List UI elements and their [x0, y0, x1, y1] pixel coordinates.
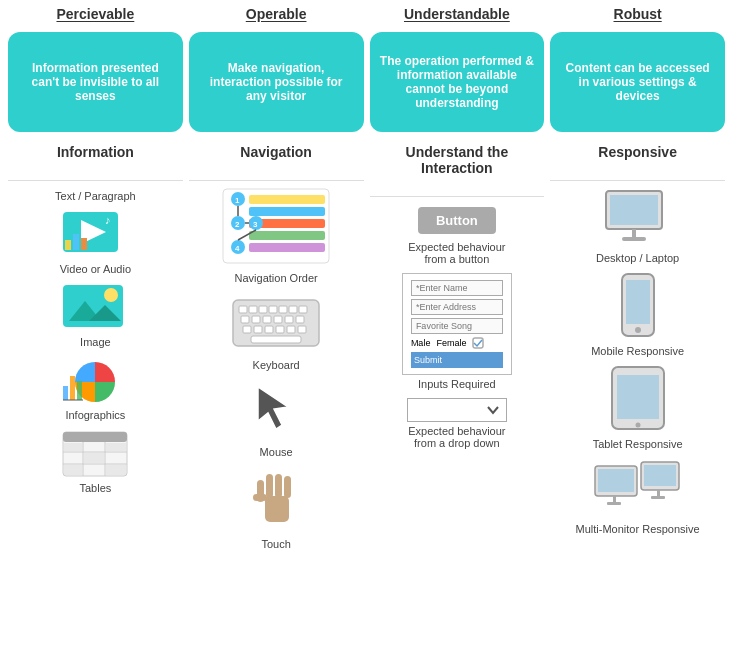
svg-rect-3 [73, 234, 79, 250]
label-robust: Robust [550, 6, 725, 22]
svg-rect-44 [239, 306, 247, 313]
dropdown-label: Expected behaviour from a drop down [397, 425, 517, 449]
svg-rect-12 [70, 376, 75, 400]
robust-category: Responsive [550, 140, 725, 164]
nav-order-label: Navigation Order [235, 272, 318, 284]
tablet-label: Tablet Responsive [593, 438, 683, 450]
touch-label: Touch [261, 538, 290, 550]
svg-rect-63 [251, 336, 301, 343]
column-understandable: The operation performed & information av… [370, 32, 545, 558]
svg-rect-49 [289, 306, 297, 313]
svg-rect-16 [63, 432, 127, 442]
infographics-label: Infographics [65, 409, 125, 421]
item-image: Image [8, 283, 183, 348]
svg-rect-88 [657, 490, 660, 496]
infographics-icon [60, 356, 130, 406]
svg-rect-89 [651, 496, 665, 499]
item-text-paragraph: Text / Paragraph [8, 187, 183, 202]
label-percievable: Percievable [8, 6, 183, 22]
column-percievable: Information presented can't be invisible… [8, 32, 183, 558]
svg-rect-46 [259, 306, 267, 313]
svg-rect-59 [265, 326, 273, 333]
understandable-category: Understand the Interaction [370, 140, 545, 180]
nav-order-icon: 1 2 3 4 [221, 187, 331, 269]
image-label: Image [80, 336, 111, 348]
text-paragraph-label: Text / Paragraph [55, 190, 136, 202]
desktop-label: Desktop / Laptop [596, 252, 679, 264]
svg-rect-74 [632, 229, 636, 237]
item-infographics: Infographics [8, 356, 183, 421]
item-mouse: Mouse [189, 379, 364, 458]
item-tables: Tables [8, 429, 183, 494]
tables-icon [60, 429, 130, 479]
svg-rect-83 [598, 469, 634, 492]
dropdown-demo-icon [407, 398, 507, 422]
multi-monitor-icon [593, 458, 683, 520]
item-video-audio: ♪ Video or Audio [8, 210, 183, 275]
item-touch: Touch [189, 466, 364, 550]
svg-rect-53 [263, 316, 271, 323]
svg-rect-21 [64, 443, 82, 451]
robust-header: Content can be accessed in various setti… [550, 32, 725, 132]
item-keyboard: Keyboard [189, 292, 364, 371]
item-button-demo: Button Expected behaviour from a button [370, 203, 545, 265]
svg-rect-80 [617, 375, 659, 419]
mobile-icon [618, 272, 658, 342]
svg-rect-75 [622, 237, 646, 241]
svg-rect-67 [266, 474, 273, 498]
image-icon [60, 283, 130, 333]
svg-rect-84 [613, 496, 616, 502]
label-operable: Operable [189, 6, 364, 22]
svg-rect-52 [252, 316, 260, 323]
button-demo-label: Expected behaviour from a button [397, 241, 517, 265]
svg-rect-57 [243, 326, 251, 333]
keyboard-label: Keyboard [253, 359, 300, 371]
main-container: Information presented can't be invisible… [0, 24, 733, 566]
percievable-category: Information [8, 140, 183, 164]
svg-point-78 [635, 327, 641, 333]
percievable-header: Information presented can't be invisible… [8, 32, 183, 132]
svg-rect-51 [241, 316, 249, 323]
svg-rect-30 [249, 231, 325, 240]
svg-rect-77 [626, 280, 650, 324]
column-robust: Content can be accessed in various setti… [550, 32, 725, 558]
svg-marker-64 [258, 387, 288, 429]
svg-rect-2 [65, 240, 71, 250]
svg-rect-25 [106, 465, 126, 475]
inputs-label: Inputs Required [418, 378, 496, 390]
svg-rect-68 [275, 474, 282, 498]
item-tablet: Tablet Responsive [550, 365, 725, 450]
svg-rect-69 [284, 476, 291, 498]
svg-text:4: 4 [235, 244, 240, 253]
svg-rect-48 [279, 306, 287, 313]
mobile-label: Mobile Responsive [591, 345, 684, 357]
svg-rect-60 [276, 326, 284, 333]
mouse-label: Mouse [260, 446, 293, 458]
svg-rect-50 [299, 306, 307, 313]
svg-rect-45 [249, 306, 257, 313]
understandable-header: The operation performed & information av… [370, 32, 545, 132]
svg-rect-28 [249, 207, 325, 216]
item-inputs-required: Male Female Submit Inputs Required [370, 273, 545, 390]
svg-rect-55 [285, 316, 293, 323]
svg-rect-56 [296, 316, 304, 323]
svg-rect-73 [610, 195, 658, 225]
label-understandable: Understandable [370, 6, 545, 22]
svg-rect-11 [63, 386, 68, 400]
item-mobile: Mobile Responsive [550, 272, 725, 357]
svg-text:♪: ♪ [105, 214, 111, 226]
tables-label: Tables [79, 482, 111, 494]
svg-rect-65 [265, 496, 289, 522]
video-audio-icon: ♪ [60, 210, 130, 260]
svg-rect-13 [77, 381, 82, 400]
operable-category: Navigation [189, 140, 364, 164]
svg-rect-24 [64, 465, 82, 475]
svg-rect-31 [249, 243, 325, 252]
svg-rect-85 [607, 502, 621, 505]
item-multi-monitor: Multi-Monitor Responsive [550, 458, 725, 535]
column-operable: Make navigation, interaction possible fo… [189, 32, 364, 558]
tablet-icon [608, 365, 668, 435]
touch-icon [249, 466, 304, 535]
inputs-demo: Male Female Submit [402, 273, 512, 375]
svg-rect-87 [644, 465, 676, 486]
